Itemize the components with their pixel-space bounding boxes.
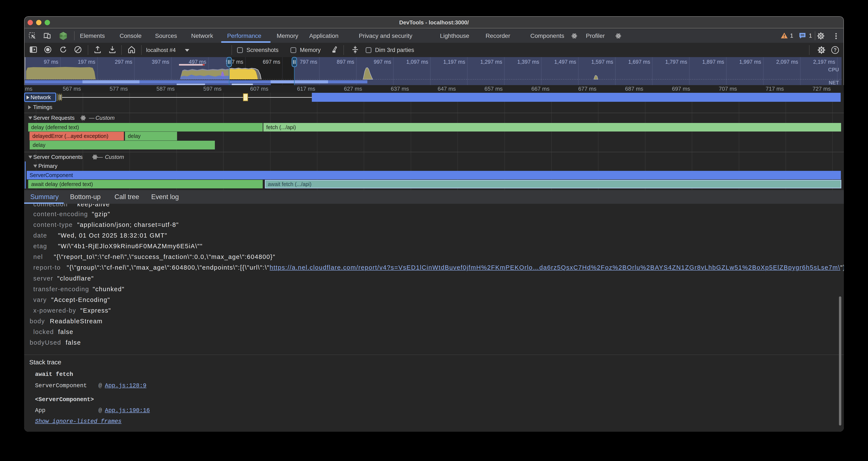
svg-text:?: ? <box>834 48 837 53</box>
